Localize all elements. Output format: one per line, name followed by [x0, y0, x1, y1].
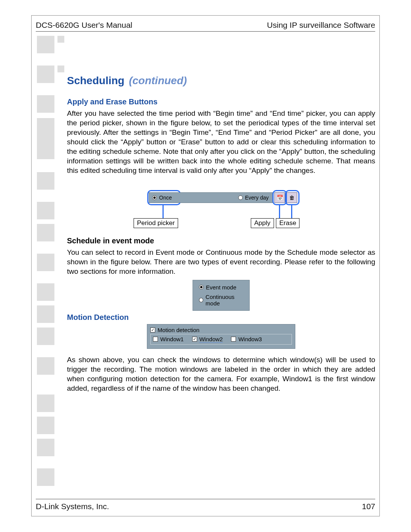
deco-square	[37, 118, 54, 159]
heading-schedule-event-mode: Schedule in event mode	[67, 236, 375, 245]
para-apply-erase: After you have selected the time period …	[67, 109, 375, 176]
connector	[162, 205, 164, 218]
option-everyday: Every day	[245, 195, 269, 201]
deco-square	[37, 468, 54, 486]
label-continuous-mode: Continuous mode	[206, 294, 246, 307]
label-window2: Window2	[199, 336, 223, 343]
header-rule	[36, 31, 375, 32]
label-erase: Erase	[276, 218, 299, 228]
figure-motion-detection: Motion detection Window1 Window2 Window3	[147, 324, 295, 349]
label-event-mode: Event mode	[206, 284, 236, 291]
footer-rule	[36, 499, 375, 499]
header-right: Using IP surveillance Software	[267, 21, 375, 30]
option-once: Once	[159, 195, 172, 201]
figure-period-picker: Once Every day 📅 🗑 Period picker Apply E…	[134, 192, 293, 233]
deco-square	[37, 328, 54, 345]
radio-icon	[199, 298, 203, 302]
radio-once-icon	[152, 195, 157, 200]
checkbox-icon	[231, 337, 236, 342]
header-left: DCS-6620G User's Manual	[36, 21, 132, 30]
checkbox-window2: Window2	[192, 336, 223, 343]
page-number: 107	[362, 502, 375, 511]
deco-square	[37, 254, 54, 271]
radio-icon	[199, 285, 204, 289]
deco-square	[37, 305, 54, 323]
deco-square	[37, 357, 54, 375]
page-header: DCS-6620G User's Manual Using IP surveil…	[36, 21, 375, 30]
label-period-picker: Period picker	[134, 218, 178, 228]
deco-square	[37, 36, 54, 53]
radio-continuous-mode: Continuous mode	[196, 292, 246, 308]
deco-square	[37, 66, 54, 83]
para-motion-detection: As shown above, you can check the window…	[67, 355, 375, 393]
deco-square	[37, 202, 54, 219]
checkbox-icon	[192, 337, 197, 342]
footer-left: D-Link Systems, Inc.	[36, 502, 109, 511]
checkbox-window3: Window3	[231, 336, 262, 342]
radio-everyday-icon	[238, 195, 243, 200]
connector	[279, 205, 280, 218]
page-title: Scheduling (continued)	[67, 75, 375, 87]
label-window3: Window3	[238, 336, 262, 342]
checkbox-icon	[153, 337, 158, 342]
motion-window-group: Window1 Window2 Window3	[150, 334, 292, 345]
deco-square	[37, 439, 54, 456]
heading-apply-erase: Apply and Erase Buttons	[67, 97, 375, 106]
deco-square	[37, 283, 54, 301]
label-motion-detection-group: Motion detection	[158, 327, 199, 333]
page-footer: D-Link Systems, Inc. 107	[36, 502, 375, 511]
period-picker-bar: Once Every day	[149, 192, 273, 203]
para-schedule-event-mode: You can select to record in Event mode o…	[67, 248, 375, 276]
deco-square	[37, 417, 54, 434]
deco-square	[37, 172, 54, 190]
radio-event-mode: Event mode	[196, 283, 246, 292]
checkbox-icon	[150, 328, 155, 332]
connector	[291, 205, 292, 218]
callout-erase	[285, 190, 299, 205]
heading-motion-detection: Motion Detection	[67, 313, 375, 322]
checkbox-window1: Window1	[153, 336, 184, 342]
label-apply: Apply	[251, 218, 274, 228]
deco-square	[57, 66, 64, 72]
deco-square	[37, 395, 54, 412]
page-content: Scheduling (continued) Apply and Erase B…	[67, 75, 375, 397]
title-continued: (continued)	[129, 75, 187, 86]
label-window1: Window1	[160, 336, 184, 342]
title-main: Scheduling	[67, 75, 124, 86]
figure-mode-selector: Event mode Continuous mode	[193, 280, 250, 311]
deco-square	[57, 36, 64, 43]
deco-square	[37, 95, 54, 113]
deco-square	[37, 224, 54, 241]
